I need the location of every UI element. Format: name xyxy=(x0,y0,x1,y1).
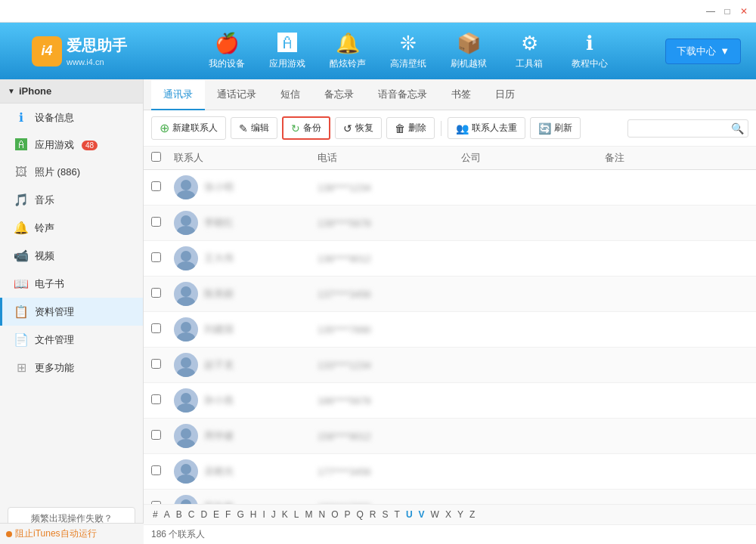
table-row[interactable]: 吴晓光 177****3456 xyxy=(144,454,756,490)
alpha-P[interactable]: P xyxy=(343,508,352,521)
tab-calendar[interactable]: 日历 xyxy=(483,80,527,110)
alpha-#[interactable]: # xyxy=(151,508,160,521)
tab-contacts[interactable]: 通讯录 xyxy=(151,80,205,110)
nav-item-apps-games[interactable]: 🅰 应用游戏 xyxy=(257,26,318,76)
sidebar-item-file-mgmt[interactable]: 📄 文件管理 xyxy=(0,326,143,354)
table-row[interactable]: 王大伟 136****9012 xyxy=(144,241,756,277)
new-contact-button[interactable]: ⊕ 新建联系人 xyxy=(151,116,226,140)
alpha-J[interactable]: J xyxy=(270,508,277,521)
header-checkbox[interactable] xyxy=(151,152,174,164)
row-checkbox-2[interactable] xyxy=(151,252,174,264)
row-checkbox-5[interactable] xyxy=(151,359,174,371)
minimize-icon[interactable]: — xyxy=(705,5,717,17)
backup-button[interactable]: ↻ 备份 xyxy=(282,116,330,140)
alpha-O[interactable]: O xyxy=(330,508,339,521)
delete-button[interactable]: 🗑 删除 xyxy=(386,117,435,139)
search-input[interactable] xyxy=(633,123,731,134)
search-box[interactable]: 🔍 xyxy=(627,119,748,138)
edit-icon: ✎ xyxy=(239,122,248,134)
alpha-D[interactable]: D xyxy=(199,508,209,521)
table-row[interactable]: 孙小燕 186****5678 xyxy=(144,383,756,419)
sidebar-item-music[interactable]: 🎵 音乐 xyxy=(0,186,143,214)
row-select-3[interactable] xyxy=(151,288,161,298)
alpha-G[interactable]: G xyxy=(235,508,245,521)
row-select-6[interactable] xyxy=(151,394,161,404)
alpha-V[interactable]: V xyxy=(417,508,426,521)
row-checkbox-8[interactable] xyxy=(151,465,174,478)
sidebar-item-ringtones[interactable]: 🔔 铃声 xyxy=(0,214,143,242)
refresh-icon: 🔄 xyxy=(538,122,551,134)
nav-item-tutorials[interactable]: ℹ 教程中心 xyxy=(559,26,620,76)
restore-button[interactable]: ↺ 恢复 xyxy=(335,117,382,139)
sidebar-item-photos[interactable]: 🖼 照片 (886) xyxy=(0,159,143,186)
alpha-N[interactable]: N xyxy=(317,508,327,521)
table-row[interactable]: 周华健 158****9012 xyxy=(144,419,756,454)
maximize-icon[interactable]: □ xyxy=(721,5,733,17)
sidebar-item-more[interactable]: ⊞ 更多功能 xyxy=(0,354,143,382)
row-checkbox-0[interactable] xyxy=(151,181,174,193)
row-checkbox-6[interactable] xyxy=(151,394,174,406)
close-icon[interactable]: ✕ xyxy=(738,5,750,17)
row-select-2[interactable] xyxy=(151,252,161,262)
alpha-F[interactable]: F xyxy=(224,508,232,521)
row-select-1[interactable] xyxy=(151,217,161,227)
row-select-7[interactable] xyxy=(151,430,161,440)
table-row[interactable]: 李晓红 139****5678 xyxy=(144,206,756,241)
download-btn[interactable]: 下载中心 ▼ xyxy=(665,39,741,64)
table-row[interactable]: 赵子龙 133****1234 xyxy=(144,348,756,383)
alpha-S[interactable]: S xyxy=(381,508,390,521)
svg-point-15 xyxy=(177,439,195,448)
nav-item-toolbox[interactable]: ⚙ 工具箱 xyxy=(499,26,559,76)
row-checkbox-1[interactable] xyxy=(151,217,174,229)
alpha-I[interactable]: I xyxy=(261,508,266,521)
alpha-X[interactable]: X xyxy=(444,508,453,521)
alpha-K[interactable]: K xyxy=(280,508,290,521)
alpha-M[interactable]: M xyxy=(303,508,314,521)
nav-item-my-device[interactable]: 🍎 我的设备 xyxy=(197,26,257,76)
sidebar-item-apps-games[interactable]: 🅰 应用游戏 48 xyxy=(0,131,143,159)
alpha-L[interactable]: L xyxy=(293,508,301,521)
tab-sms[interactable]: 短信 xyxy=(268,80,312,110)
refresh-button[interactable]: 🔄 刷新 xyxy=(530,117,581,139)
table-row[interactable]: 张小明 138****1234 xyxy=(144,170,756,206)
tab-notes[interactable]: 备忘录 xyxy=(312,80,366,110)
alpha-W[interactable]: W xyxy=(429,508,441,521)
table-row[interactable]: 陈美丽 137****3456 xyxy=(144,277,756,312)
alpha-A[interactable]: A xyxy=(163,508,172,521)
row-select-0[interactable] xyxy=(151,181,161,191)
select-all-checkbox[interactable] xyxy=(151,152,161,162)
itunes-status[interactable]: 阻止iTunes自动运行 xyxy=(0,523,144,544)
nav-item-ringtones[interactable]: 🔔 酷炫铃声 xyxy=(318,26,378,76)
table-row[interactable]: 郑冬梅 150****7890 xyxy=(144,490,756,504)
sidebar-item-device-info[interactable]: ℹ 设备信息 xyxy=(0,104,143,131)
alpha-E[interactable]: E xyxy=(212,508,221,521)
sidebar-item-data-mgmt[interactable]: 📋 资料管理 xyxy=(0,298,143,326)
alpha-B[interactable]: B xyxy=(175,508,184,521)
alpha-U[interactable]: U xyxy=(404,508,414,521)
alpha-C[interactable]: C xyxy=(187,508,197,521)
tab-bookmarks[interactable]: 书签 xyxy=(439,80,483,110)
ebooks-sidebar-icon: 📖 xyxy=(14,277,29,291)
row-checkbox-4[interactable] xyxy=(151,323,174,335)
row-checkbox-7[interactable] xyxy=(151,430,174,442)
tab-call-log[interactable]: 通话记录 xyxy=(205,80,268,110)
alpha-T[interactable]: T xyxy=(393,508,401,521)
dedup-button[interactable]: 👥 联系人去重 xyxy=(448,117,525,139)
alpha-H[interactable]: H xyxy=(249,508,259,521)
row-select-5[interactable] xyxy=(151,359,161,369)
alpha-Y[interactable]: Y xyxy=(456,508,465,521)
row-checkbox-3[interactable] xyxy=(151,288,174,300)
sidebar-item-videos[interactable]: 📹 视频 xyxy=(0,242,143,270)
nav-item-jailbreak[interactable]: 📦 刷机越狱 xyxy=(438,26,499,76)
table-row[interactable]: 刘建国 135****7890 xyxy=(144,312,756,348)
row-select-4[interactable] xyxy=(151,323,161,333)
edit-button[interactable]: ✎ 编辑 xyxy=(231,117,277,139)
row-phone-6: 186****5678 xyxy=(318,395,461,406)
sidebar-item-ebooks[interactable]: 📖 电子书 xyxy=(0,270,143,298)
alpha-Z[interactable]: Z xyxy=(468,508,476,521)
alpha-R[interactable]: R xyxy=(368,508,378,521)
nav-item-wallpaper[interactable]: ❊ 高清壁纸 xyxy=(378,26,438,76)
row-select-8[interactable] xyxy=(151,465,161,475)
alpha-Q[interactable]: Q xyxy=(355,508,365,521)
tab-voice-notes[interactable]: 语音备忘录 xyxy=(366,80,439,110)
